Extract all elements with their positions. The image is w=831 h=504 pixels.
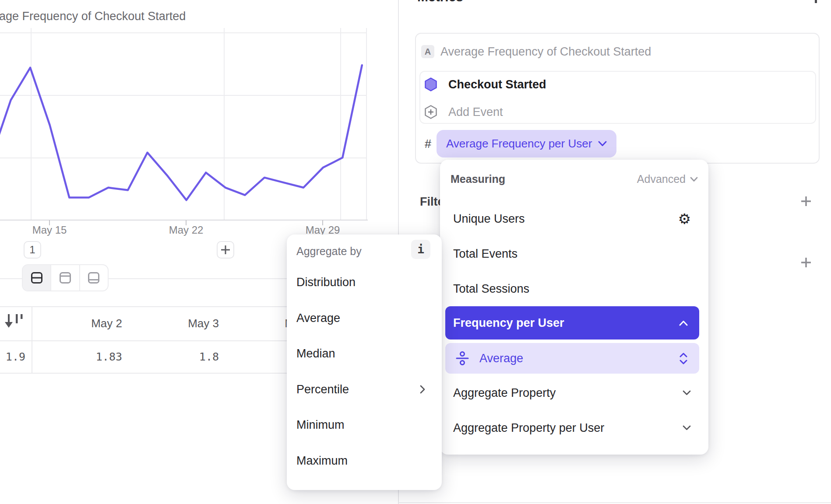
menu-item-unique-users[interactable]: Unique Users ⚙	[440, 201, 708, 236]
chevron-down-icon	[683, 390, 691, 396]
measuring-label: Measuring	[451, 173, 505, 186]
distribution-label: Distribution	[296, 276, 356, 289]
frequency-line-chart	[0, 0, 368, 228]
chart-line-series	[0, 65, 362, 200]
metrics-section-heading: Metrics	[417, 0, 463, 4]
menu-item-median[interactable]: Median	[287, 336, 442, 371]
layout-split-horizontal-button[interactable]	[23, 265, 51, 290]
x-tick-may-22: May 22	[155, 224, 217, 236]
aggregate-by-dropdown: Aggregate by i Distribution Average Medi…	[287, 234, 442, 490]
total-sessions-label: Total Sessions	[453, 282, 529, 296]
table-cell-may-2: 1.83	[32, 340, 122, 373]
add-metric-icon-clipped[interactable]	[815, 0, 817, 3]
menu-subitem-average[interactable]: Average	[445, 343, 699, 374]
measurement-chip[interactable]: Average Frequency per User	[437, 130, 616, 158]
split-bottom-icon	[87, 271, 100, 284]
table-layout-switcher	[22, 264, 109, 291]
table-header-may-3[interactable]: May 3	[128, 306, 219, 340]
measurement-chip-label: Average Frequency per User	[446, 137, 592, 150]
aggregate-property-label: Aggregate Property	[453, 386, 556, 400]
info-button[interactable]: i	[411, 240, 430, 259]
advanced-toggle[interactable]: Advanced	[637, 173, 698, 186]
frequency-per-user-label: Frequency per User	[453, 316, 564, 330]
unique-users-label: Unique Users	[453, 212, 525, 226]
right-panel-bottom-border	[398, 502, 831, 503]
maximum-label: Maximum	[296, 454, 348, 468]
aggregate-property-per-user-label: Aggregate Property per User	[453, 421, 604, 435]
measuring-dropdown: Measuring Advanced Unique Users ⚙ Total …	[440, 160, 708, 455]
plus-icon	[800, 196, 812, 207]
plus-icon	[800, 257, 812, 268]
menu-item-aggregate-property[interactable]: Aggregate Property	[440, 375, 708, 410]
chevron-right-icon	[420, 385, 425, 394]
measuring-header-row: Measuring Advanced	[451, 173, 698, 186]
median-label: Median	[296, 347, 335, 360]
add-event-hexagon-plus-icon	[425, 105, 437, 121]
layout-table-bottom-button[interactable]	[80, 265, 108, 290]
chevron-down-icon	[690, 177, 698, 182]
table-cell-may-3: 1.8	[128, 340, 219, 373]
metric-letter-badge: A	[421, 45, 434, 58]
chevron-up-icon	[679, 320, 688, 326]
table-cell-may-1: 1.9	[0, 340, 25, 373]
menu-item-distribution[interactable]: Distribution	[287, 265, 442, 300]
add-event-button[interactable]: Add Event	[448, 105, 503, 119]
series-count-button[interactable]: 1	[24, 241, 41, 259]
unfold-selector-icon	[679, 353, 688, 364]
menu-item-frequency-per-user-selected[interactable]: Frequency per User	[445, 306, 699, 340]
layout-chart-top-button[interactable]	[51, 265, 80, 290]
menu-item-total-events[interactable]: Total Events	[440, 236, 708, 271]
advanced-label: Advanced	[637, 173, 686, 186]
menu-item-percentile[interactable]: Percentile	[287, 372, 442, 407]
menu-item-aggregate-property-per-user[interactable]: Aggregate Property per User	[440, 410, 708, 445]
menu-item-total-sessions[interactable]: Total Sessions	[440, 271, 708, 306]
average-label: Average	[479, 352, 523, 365]
menu-item-average[interactable]: Average	[287, 301, 442, 336]
x-tick-may-15: May 15	[19, 224, 80, 236]
add-annotation-button[interactable]	[217, 241, 234, 259]
sort-descending-icon	[4, 313, 24, 329]
total-events-label: Total Events	[453, 247, 518, 261]
minimum-label: Minimum	[296, 418, 345, 432]
split-top-icon	[59, 271, 72, 284]
table-header-may-2[interactable]: May 2	[32, 306, 122, 340]
add-filter-button[interactable]	[800, 196, 812, 209]
sort-rows-button[interactable]	[4, 313, 24, 331]
event-name[interactable]: Checkout Started	[448, 78, 546, 91]
average-option-label: Average	[296, 312, 340, 325]
event-hexagon-icon	[425, 77, 437, 93]
add-breakdown-button[interactable]	[800, 257, 812, 270]
plus-icon	[220, 245, 231, 255]
aggregate-by-label: Aggregate by	[296, 245, 362, 258]
chevron-down-icon	[598, 141, 607, 147]
chart-title: Average Frequency of Checkout Started	[0, 10, 186, 23]
average-divide-icon	[455, 351, 470, 366]
percentile-label: Percentile	[296, 383, 349, 396]
menu-item-maximum[interactable]: Maximum	[287, 443, 442, 478]
analytics-page: Average Frequency of Checkout Started Ma…	[0, 0, 831, 504]
menu-item-minimum[interactable]: Minimum	[287, 407, 442, 442]
gear-icon[interactable]: ⚙	[678, 212, 691, 226]
split-middle-icon	[30, 271, 43, 284]
chevron-down-icon	[683, 425, 691, 430]
metric-title-field[interactable]: Average Frequency of Checkout Started	[440, 45, 651, 59]
chart-gridlines	[0, 28, 366, 220]
measurement-hash-label: #	[425, 137, 431, 151]
